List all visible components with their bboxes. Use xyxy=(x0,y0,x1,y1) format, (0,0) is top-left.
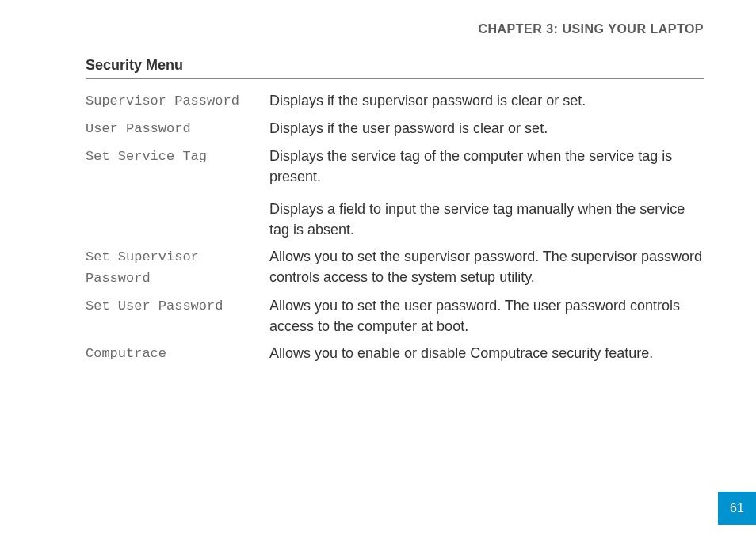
definition-paragraph: Allows you to enable or disable Computra… xyxy=(269,343,704,363)
definition-term: Computrace xyxy=(86,343,269,364)
section-title: Security Menu xyxy=(86,57,704,79)
definition-description: Displays if the user password is clear o… xyxy=(269,118,704,139)
definition-row: Set User PasswordAllows you to set the u… xyxy=(86,292,704,340)
definition-description: Allows you to set the user password. The… xyxy=(269,295,704,336)
definition-row: ComputraceAllows you to enable or disabl… xyxy=(86,340,704,367)
definition-row: Set Supervisor PasswordAllows you to set… xyxy=(86,243,704,292)
page-number-tab: 61 xyxy=(718,492,756,525)
definition-description: Displays the service tag of the computer… xyxy=(269,146,704,239)
definition-term: User Password xyxy=(86,118,269,139)
definition-description: Displays if the supervisor password is c… xyxy=(269,90,704,111)
definition-term: Set Supervisor Password xyxy=(86,246,269,289)
definition-paragraph: Allows you to set the supervisor passwor… xyxy=(269,246,704,287)
definition-paragraph: Displays a field to input the service ta… xyxy=(269,199,704,240)
chapter-header: CHAPTER 3: USING YOUR LAPTOP xyxy=(86,22,704,36)
definition-paragraph: Displays if the supervisor password is c… xyxy=(269,90,704,111)
definition-description: Allows you to enable or disable Computra… xyxy=(269,343,704,363)
definition-term: Supervisor Password xyxy=(86,90,269,112)
definition-paragraph: Allows you to set the user password. The… xyxy=(269,295,704,336)
definition-paragraph: Displays the service tag of the computer… xyxy=(269,146,704,187)
page-content: CHAPTER 3: USING YOUR LAPTOP Security Me… xyxy=(0,0,756,368)
definition-term: Set Service Tag xyxy=(86,146,269,167)
definition-paragraph: Displays if the user password is clear o… xyxy=(269,118,704,139)
definition-description: Allows you to set the supervisor passwor… xyxy=(269,246,704,287)
definition-row: Supervisor PasswordDisplays if the super… xyxy=(86,87,704,115)
definition-row: User PasswordDisplays if the user passwo… xyxy=(86,115,704,143)
definition-row: Set Service TagDisplays the service tag … xyxy=(86,143,704,242)
definition-list: Supervisor PasswordDisplays if the super… xyxy=(86,87,704,368)
definition-term: Set User Password xyxy=(86,295,269,317)
